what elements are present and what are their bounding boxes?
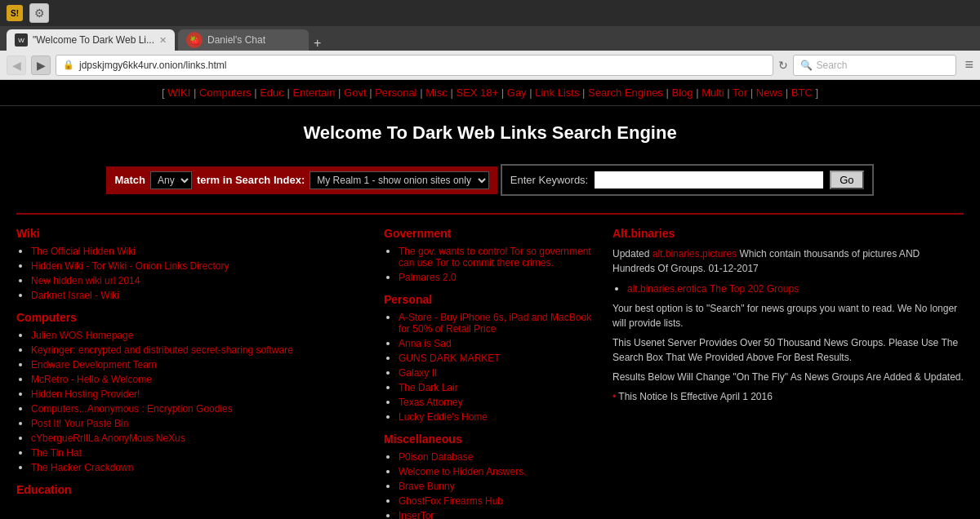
misc-link-3[interactable]: Brave Bunny [399, 481, 455, 492]
list-item: Julien WOS Homepage [31, 329, 384, 341]
nav-govt[interactable]: Govt [344, 86, 366, 99]
computers-link-7[interactable]: Post It! Your Paste Bin [31, 418, 128, 429]
computers-link-6[interactable]: Computers...Anonymous : Encryption Goodi… [31, 403, 233, 415]
wiki-link-2[interactable]: Hidden Wiki - Tor Wiki - Onion Links Dir… [31, 260, 229, 272]
page-title: Welcome To Dark Web Links Search Engine [0, 122, 980, 144]
government-links: The gov. wants to control Tor so governm… [384, 245, 596, 283]
personal-link-3[interactable]: GUNS DARK MARKET [399, 353, 501, 364]
notice-text: • This Notice Is Effective April 1 2016 [612, 389, 964, 404]
nav-entertain[interactable]: Entertain [292, 86, 335, 99]
wiki-link-4[interactable]: Darknet Israel - Wiki [31, 290, 119, 301]
usenet-info-text: This Usenet Server Provides Over 50 Thou… [612, 335, 964, 365]
back-button[interactable]: ◀ [7, 55, 26, 75]
right-column: Alt.binaries Updated alt.binaries.pictur… [596, 227, 964, 520]
personal-link-6[interactable]: Texas Attorney [399, 397, 463, 408]
nav-gay[interactable]: Gay [507, 86, 527, 99]
nav-bar: ◀ ▶ 🔒 jdpskjmgy6kk4urv.onion/links.html … [0, 51, 980, 80]
computers-section-title: Computers [16, 311, 384, 324]
computers-link-10[interactable]: The Hacker Crackdown [31, 462, 133, 473]
nav-sep-1: | [194, 86, 199, 99]
wiki-link-3[interactable]: New hidden wiki url 2014 [31, 275, 140, 286]
list-item: The gov. wants to control Tor so governm… [399, 245, 596, 268]
computers-link-3[interactable]: Endware Development Team [31, 359, 157, 370]
nav-multi[interactable]: Multi [702, 86, 724, 99]
list-item: P0ison Database [399, 450, 596, 463]
personal-link-5[interactable]: The Dark Lair [399, 382, 458, 393]
list-item: Texas Attorney [399, 396, 596, 408]
computers-link-4[interactable]: McRetro - Hello & Welcome [31, 374, 152, 385]
browser-search-bar[interactable]: 🔍 Search [793, 55, 956, 76]
url-text: jdpskjmgy6kk4urv.onion/links.html [79, 60, 766, 71]
nav-tor[interactable]: Tor [733, 86, 747, 99]
alt-erotica-text: The Top 202 Groups [710, 283, 799, 295]
list-item: The Official Hidden Wiki [31, 245, 384, 257]
computers-link-5[interactable]: Hidden Hosting Provider! [31, 388, 140, 400]
refresh-button[interactable]: ↻ [778, 59, 788, 72]
nav-blog[interactable]: Blog [672, 86, 693, 99]
browser-menu-button[interactable]: ≡ [964, 56, 973, 73]
nav-misc[interactable]: Misc [425, 86, 448, 99]
top-nav: [ WIKI | Computers | Educ | Entertain | … [0, 80, 980, 106]
nav-personal[interactable]: Personal [375, 86, 416, 99]
list-item: Palmares 2.0 [399, 271, 596, 283]
list-item: Post It! Your Paste Bin [31, 417, 384, 429]
list-item: Hidden Hosting Provider! [31, 388, 384, 400]
settings-button[interactable]: ⚙ [29, 3, 49, 23]
alt-pictures-link[interactable]: alt.binaries.pictures [653, 248, 737, 260]
search-placeholder: Search [816, 60, 847, 71]
nav-search-engines[interactable]: Search Engines [588, 86, 663, 99]
browser-window: S! ⚙ W "Welcome To Dark Web Li... ✕ 🍓 Da… [0, 0, 980, 519]
misc-link-1[interactable]: P0ison Database [399, 451, 473, 463]
misc-link-2[interactable]: Welcome to Hidden Answers. [399, 466, 527, 477]
nav-bracket-right: ] [815, 86, 818, 99]
nav-sep-8: | [501, 86, 507, 99]
nav-sep-11: | [666, 86, 668, 99]
misc-link-4[interactable]: GhostFox Firearms Hub [399, 495, 503, 507]
forward-button[interactable]: ▶ [31, 55, 51, 75]
list-item: cYbergueRrIlLa AnonyMous NeXus [31, 432, 384, 444]
nav-educ[interactable]: Educ [260, 86, 284, 99]
url-bar[interactable]: 🔒 jdpskjmgy6kk4urv.onion/links.html [56, 55, 773, 76]
index-select[interactable]: My Realm 1 - show onion sites only My Re… [310, 171, 489, 189]
list-item: The Dark Lair [399, 381, 596, 393]
personal-link-1[interactable]: A-Store - Buy iPhone 6s, iPad and MacBoo… [399, 312, 596, 335]
list-item: McRetro - Hello & Welcome [31, 373, 384, 385]
left-column: Wiki The Official Hidden Wiki Hidden Wik… [16, 227, 384, 520]
misc-link-5[interactable]: InserTor [399, 510, 434, 520]
nav-news[interactable]: News [756, 86, 783, 99]
tab-close-button[interactable]: ✕ [159, 35, 167, 46]
nav-sep-15: | [786, 86, 791, 99]
alt-erotica-link[interactable]: alt.binaries.erotica [627, 283, 706, 295]
computers-links: Julien WOS Homepage Keyringer: encrypted… [16, 329, 384, 473]
computers-link-1[interactable]: Julien WOS Homepage [31, 330, 133, 341]
nav-sex[interactable]: SEX 18+ [456, 86, 498, 99]
personal-link-4[interactable]: Galaxy II [399, 367, 437, 379]
personal-link-2[interactable]: Anna is Sad [399, 338, 452, 349]
list-item: Keyringer: encrypted and distributed sec… [31, 344, 384, 356]
new-tab-button[interactable]: + [314, 36, 321, 51]
gov-link-2[interactable]: Palmares 2.0 [399, 272, 457, 283]
tab-active[interactable]: W "Welcome To Dark Web Li... ✕ [7, 29, 175, 51]
tab-label-2: Daniel's Chat [207, 34, 265, 46]
misc-section-title: Miscellaneous [384, 432, 596, 446]
nav-link-lists[interactable]: Link Lists [535, 86, 579, 99]
nav-wiki[interactable]: WIKI [167, 86, 190, 99]
match-select[interactable]: Any All [150, 171, 192, 189]
keywords-input[interactable] [595, 171, 823, 189]
middle-column: Government The gov. wants to control Tor… [384, 227, 596, 520]
personal-link-7[interactable]: Lucky Eddie's Home [399, 411, 488, 423]
computers-link-9[interactable]: The Tin Hat [31, 447, 82, 459]
wiki-link-1[interactable]: The Official Hidden Wiki [31, 246, 136, 257]
nav-sep-14: | [751, 86, 756, 99]
personal-links: A-Store - Buy iPhone 6s, iPad and MacBoo… [384, 311, 596, 423]
computers-link-8[interactable]: cYbergueRrIlLa AnonyMous NeXus [31, 432, 185, 444]
search-row-2: Enter Keywords: Go [501, 164, 874, 196]
tab-inactive[interactable]: 🍓 Daniel's Chat [178, 29, 309, 51]
go-button[interactable]: Go [830, 171, 863, 189]
keywords-label: Enter Keywords: [510, 174, 588, 186]
nav-btc[interactable]: BTC [791, 86, 813, 99]
nav-computers[interactable]: Computers [199, 86, 252, 99]
gov-link-1[interactable]: The gov. wants to control Tor so governm… [399, 246, 596, 268]
nav-sep-13: | [727, 86, 733, 99]
computers-link-2[interactable]: Keyringer: encrypted and distributed sec… [31, 344, 293, 356]
